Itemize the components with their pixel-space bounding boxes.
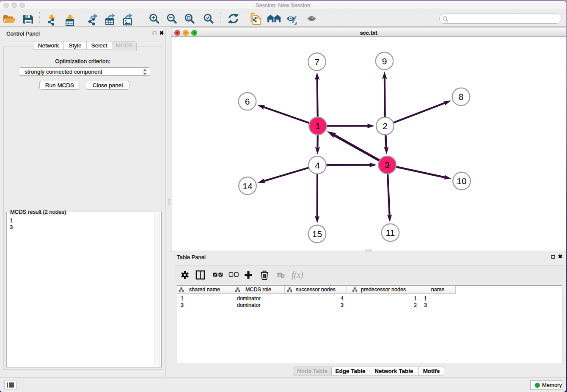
svg-text:4: 4 [315, 160, 320, 170]
svg-text:2: 2 [383, 121, 388, 131]
svg-text:11: 11 [386, 228, 395, 237]
svg-text:1: 1 [315, 121, 320, 131]
svg-text:f(x): f(x) [292, 270, 303, 280]
svg-text:10: 10 [457, 176, 466, 186]
svg-text:14: 14 [242, 181, 253, 191]
svg-text:8: 8 [459, 92, 464, 102]
svg-text:15: 15 [312, 229, 322, 239]
svg-text:9: 9 [382, 56, 387, 66]
svg-text:3: 3 [385, 160, 390, 170]
svg-text:7: 7 [314, 57, 319, 67]
svg-text:6: 6 [245, 97, 250, 106]
